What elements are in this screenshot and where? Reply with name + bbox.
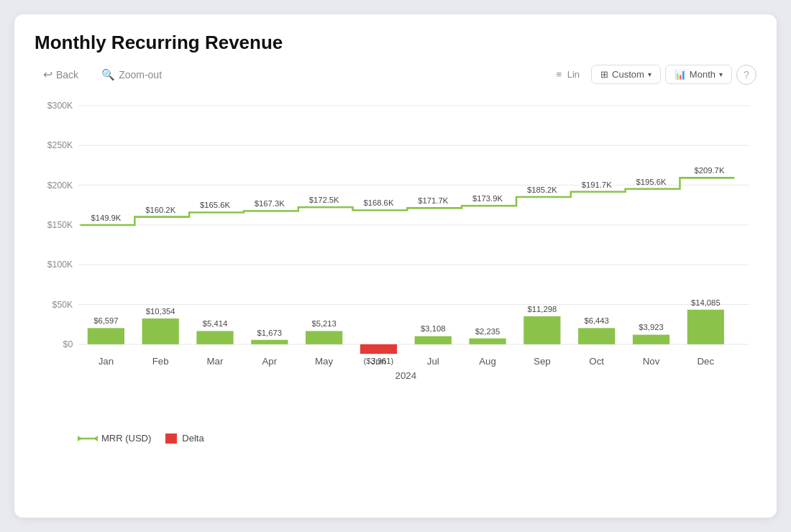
back-icon: ↩ <box>43 68 52 81</box>
legend-mrr: MRR (USD) <box>78 433 151 444</box>
month-chevron-icon: ▾ <box>719 70 723 78</box>
list-icon: ≡ <box>556 69 562 80</box>
svg-text:Dec: Dec <box>697 356 714 367</box>
svg-text:$50K: $50K <box>52 300 73 310</box>
svg-text:Mar: Mar <box>207 356 224 367</box>
svg-text:$167.3K: $167.3K <box>255 199 285 208</box>
svg-text:$1,673: $1,673 <box>257 329 282 337</box>
delta-bar-mar <box>196 331 233 344</box>
delta-bar-feb <box>142 318 179 344</box>
chart-svg: $300K $250K $200K $150K $100K $50K $0 <box>35 92 756 423</box>
svg-text:$160.2K: $160.2K <box>145 206 175 214</box>
svg-text:$195.6K: $195.6K <box>636 178 667 186</box>
svg-text:Nov: Nov <box>643 356 660 367</box>
delta-bar-dec <box>687 310 724 344</box>
svg-text:Feb: Feb <box>152 356 169 367</box>
svg-text:$100K: $100K <box>47 260 73 270</box>
delta-bar-nov <box>633 335 669 344</box>
delta-bar-jun <box>360 344 397 354</box>
svg-text:$5,213: $5,213 <box>311 319 336 328</box>
svg-text:$6,443: $6,443 <box>584 316 608 325</box>
svg-text:$150K: $150K <box>47 220 73 230</box>
bar-chart-icon: 📊 <box>675 69 686 80</box>
delta-bar-jul <box>415 336 452 344</box>
svg-text:$209.7K: $209.7K <box>694 166 724 175</box>
custom-dropdown[interactable]: ⊞ Custom ▾ <box>591 65 661 84</box>
delta-bar-sep <box>523 316 560 344</box>
svg-text:$168.6K: $168.6K <box>363 198 393 207</box>
help-button[interactable]: ? <box>736 65 756 85</box>
svg-text:Jul: Jul <box>427 356 439 367</box>
delta-bar-aug <box>469 339 506 344</box>
svg-text:Sep: Sep <box>534 356 551 367</box>
legend: MRR (USD) Delta <box>35 433 756 444</box>
svg-text:Oct: Oct <box>589 356 604 367</box>
svg-text:$165.6K: $165.6K <box>200 201 230 209</box>
legend-delta: Delta <box>165 433 204 444</box>
svg-text:Jan: Jan <box>99 356 114 367</box>
svg-text:$11,298: $11,298 <box>528 305 557 313</box>
svg-text:$200K: $200K <box>47 180 73 191</box>
svg-text:$2,235: $2,235 <box>475 327 500 336</box>
svg-text:May: May <box>315 356 333 367</box>
svg-text:$185.2K: $185.2K <box>527 185 557 194</box>
svg-text:$149.9K: $149.9K <box>91 214 121 222</box>
svg-text:$300K: $300K <box>47 101 73 111</box>
svg-text:$6,597: $6,597 <box>93 316 118 325</box>
custom-icon: ⊞ <box>600 69 608 80</box>
chart-area: $300K $250K $200K $150K $100K $50K $0 <box>35 92 756 423</box>
svg-text:2024: 2024 <box>396 370 417 381</box>
lin-toggle[interactable]: ≡ Lin <box>549 65 587 83</box>
svg-text:Jun: Jun <box>371 356 386 367</box>
month-dropdown[interactable]: 📊 Month ▾ <box>665 65 732 84</box>
back-button[interactable]: ↩ Back <box>35 64 87 85</box>
delta-bar-jan <box>88 328 124 344</box>
svg-text:$10,354: $10,354 <box>146 307 175 316</box>
svg-text:$172.5K: $172.5K <box>309 196 339 204</box>
main-card: Monthly Recurring Revenue ↩ Back 🔍 Zoom-… <box>14 14 777 518</box>
svg-text:Apr: Apr <box>262 356 277 367</box>
svg-marker-53 <box>93 436 98 441</box>
svg-text:$0: $0 <box>63 339 73 349</box>
delta-bar-oct <box>578 328 615 344</box>
zoom-out-icon: 🔍 <box>101 68 115 81</box>
toolbar: ↩ Back 🔍 Zoom-out ≡ Lin ⊞ Custom ▾ 📊 Mon… <box>35 64 756 85</box>
svg-text:$173.9K: $173.9K <box>472 194 503 203</box>
svg-text:$5,414: $5,414 <box>203 319 227 328</box>
legend-mrr-icon <box>78 434 98 444</box>
svg-marker-52 <box>78 436 82 441</box>
svg-text:$250K: $250K <box>47 140 73 150</box>
svg-text:$3,923: $3,923 <box>639 323 663 331</box>
toolbar-right: ≡ Lin ⊞ Custom ▾ 📊 Month ▾ ? <box>549 65 756 85</box>
zoom-out-button[interactable]: 🔍 Zoom-out <box>93 65 170 85</box>
svg-text:$14,085: $14,085 <box>691 298 721 307</box>
delta-bar-apr <box>251 340 288 344</box>
svg-text:$191.7K: $191.7K <box>582 180 612 189</box>
svg-text:$171.7K: $171.7K <box>418 196 448 205</box>
custom-chevron-icon: ▾ <box>648 70 651 78</box>
legend-delta-icon <box>165 434 177 444</box>
svg-text:$3,108: $3,108 <box>421 324 445 333</box>
page-title: Monthly Recurring Revenue <box>35 32 756 54</box>
delta-bar-may <box>306 331 342 344</box>
svg-text:Aug: Aug <box>479 356 496 367</box>
